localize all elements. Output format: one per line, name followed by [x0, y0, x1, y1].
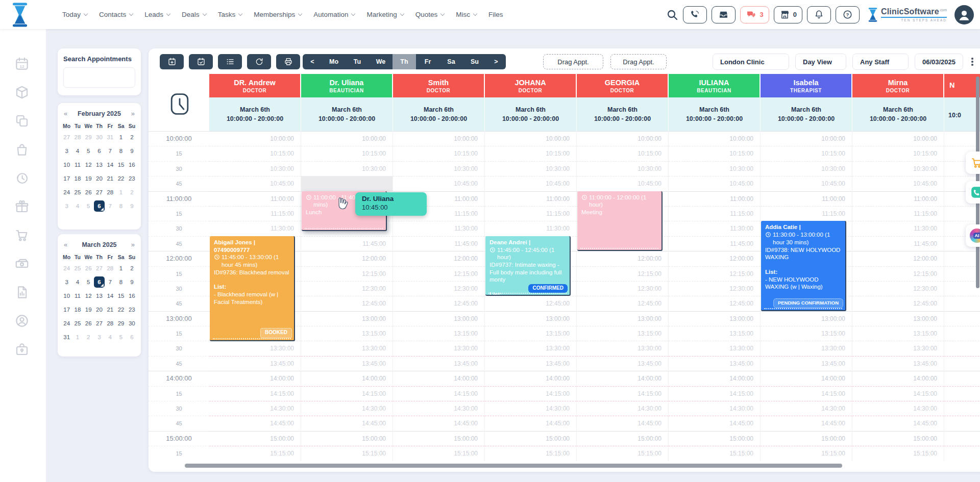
time-slot[interactable]: 14:15:00 — [852, 386, 944, 401]
time-slot[interactable]: 15:00:00 — [301, 431, 393, 446]
time-slot[interactable]: 12:00:00 — [393, 251, 484, 266]
mini-cal-day[interactable]: 9 — [127, 276, 137, 288]
time-slot[interactable]: 12:45:00 — [577, 296, 668, 311]
time-slot[interactable]: 14:45:00 — [485, 416, 576, 430]
mini-cal-day[interactable]: 13 — [94, 290, 105, 301]
sidebar-bag-icon[interactable] — [14, 142, 30, 157]
time-slot[interactable]: 14:00:00 — [393, 371, 484, 386]
day-button-sa[interactable]: Sa — [439, 54, 463, 69]
time-slot[interactable]: 12:15:00 — [669, 266, 760, 281]
mini-cal-day[interactable]: 27 — [61, 132, 72, 143]
staff-select[interactable]: Any Staff — [852, 54, 909, 70]
time-slot[interactable]: 10:00:00 — [944, 131, 980, 146]
mini-cal-day[interactable]: 28 — [105, 187, 115, 198]
time-slot[interactable]: 14:45:00 — [393, 416, 484, 430]
time-slot[interactable]: 11:45:00 — [301, 236, 393, 251]
mini-cal-day[interactable]: 30 — [127, 318, 137, 329]
time-slot[interactable]: 11:30:00 — [669, 221, 760, 236]
time-slot[interactable]: 10:00:00 — [852, 131, 944, 146]
time-slot[interactable]: 15:15:00 — [669, 446, 760, 461]
day-button-th[interactable]: Th — [393, 54, 416, 69]
sidebar-cart-icon[interactable] — [14, 227, 30, 243]
time-slot[interactable]: 15:00:00 — [944, 431, 980, 446]
mini-cal-day[interactable]: 17 — [61, 304, 72, 315]
mini-cal-day[interactable]: 15 — [115, 159, 126, 170]
next-month-button[interactable]: » — [131, 241, 135, 248]
mini-cal-day[interactable]: 10 — [61, 159, 72, 170]
time-slot[interactable]: 15:15:00 — [761, 446, 852, 461]
mini-cal-day[interactable]: 3 — [94, 332, 105, 343]
time-slot[interactable]: 12:45:00 — [485, 296, 576, 311]
mini-cal-day[interactable]: 4 — [105, 332, 115, 343]
time-slot[interactable]: 15:00:00 — [485, 431, 576, 446]
time-slot[interactable]: 13:15:00 — [577, 326, 668, 341]
mini-cal-day[interactable]: 20 — [94, 173, 105, 184]
time-slot[interactable]: 14:30:00 — [669, 401, 760, 416]
time-slot[interactable]: 11:15:00 — [669, 206, 760, 221]
prev-day-button[interactable]: < — [303, 54, 322, 69]
time-slot[interactable]: 13:15:00 — [393, 326, 484, 341]
day-button-fr[interactable]: Fr — [416, 54, 439, 69]
pos-button[interactable]: 0 — [774, 6, 802, 23]
drag-appt-button-2[interactable]: Drag Appt. — [610, 54, 667, 69]
appointment[interactable]: Addia Catie |11:30:00 - 13:00:00 (1 hour… — [761, 221, 846, 311]
day-button-mo[interactable]: Mo — [322, 54, 346, 69]
nav-item-memberships[interactable]: Memberships — [254, 11, 302, 18]
time-slot[interactable]: 14:15:00 — [761, 386, 852, 401]
refresh-button[interactable] — [247, 54, 271, 69]
sidebar-account-icon[interactable] — [14, 313, 30, 328]
staff-header[interactable]: IULIANABEAUTICIAN — [669, 74, 761, 97]
appointment[interactable]: 11:00:00 - 12:00:00 (1 hour)Meeting — [577, 191, 663, 251]
resize-handle[interactable] — [580, 248, 658, 249]
time-slot[interactable]: 13:15:00 — [301, 326, 393, 341]
mini-cal-day[interactable]: 31 — [105, 132, 115, 143]
time-slot[interactable]: 13:00:00 — [301, 311, 393, 326]
time-slot[interactable]: 14:45:00 — [577, 416, 668, 430]
time-slot[interactable]: 15:00:00 — [852, 431, 944, 446]
mini-cal-day[interactable]: 29 — [115, 318, 126, 329]
mini-cal-day[interactable]: 21 — [105, 304, 115, 315]
mini-cal-day[interactable]: 26 — [83, 263, 94, 274]
mini-cal-day[interactable]: 4 — [72, 200, 83, 212]
time-slot[interactable]: 11:00:00 — [761, 191, 852, 206]
time-slot[interactable]: 10:00:00 — [301, 131, 393, 146]
time-slot[interactable]: 15:15:00 — [209, 446, 301, 461]
time-slot[interactable]: 13:15:00 — [485, 326, 576, 341]
mini-cal-day[interactable]: 6 — [94, 200, 105, 212]
more-menu-button[interactable] — [969, 56, 975, 68]
time-slot[interactable]: 12:00:00 — [301, 251, 393, 266]
mini-cal-day[interactable]: 5 — [83, 276, 94, 288]
staff-header[interactable]: JOHANADOCTOR — [485, 74, 577, 97]
inbox-button[interactable] — [712, 6, 736, 23]
date-picker[interactable]: 06/03/2025 — [915, 54, 963, 70]
resize-handle[interactable] — [764, 308, 842, 309]
mini-cal-day[interactable]: 1 — [72, 332, 83, 343]
time-slot[interactable]: 11:30:00 — [852, 221, 944, 236]
time-slot[interactable]: 10:15:00 — [209, 146, 301, 161]
time-slot[interactable]: 10:30:00 — [485, 161, 576, 176]
time-slot[interactable]: 10:30:00 — [761, 161, 852, 176]
day-button-we[interactable]: We — [369, 54, 393, 69]
user-avatar[interactable] — [954, 5, 974, 24]
time-slot[interactable]: 11:00:00 — [209, 191, 301, 206]
time-slot[interactable]: 10:00:00 — [577, 131, 668, 146]
prev-month-button[interactable]: « — [64, 110, 67, 117]
time-slot[interactable]: 13:15:00 — [669, 326, 760, 341]
time-slot[interactable]: 12:15:00 — [393, 266, 484, 281]
mini-cal-day[interactable]: 27 — [94, 187, 105, 198]
mini-cal-day[interactable]: 28 — [105, 318, 115, 329]
time-slot[interactable]: 10:30:00 — [393, 161, 484, 176]
time-slot[interactable]: 11:45:00 — [852, 236, 944, 251]
mini-cal-day[interactable]: 12 — [83, 290, 94, 301]
time-slot[interactable]: 13:30:00 — [577, 341, 668, 356]
time-slot[interactable]: 13:00:00 — [577, 311, 668, 326]
time-slot[interactable]: 10:15:00 — [852, 146, 944, 161]
time-slot[interactable]: 14:15:00 — [669, 386, 760, 401]
horizontal-scrollbar[interactable] — [185, 464, 842, 468]
view-select[interactable]: Day View — [795, 54, 846, 70]
time-slot[interactable]: 13:45:00 — [209, 356, 301, 371]
time-slot[interactable]: 10:00:00 — [485, 131, 576, 146]
mini-cal-day[interactable]: 15 — [115, 290, 126, 301]
mini-cal-day[interactable]: 10 — [61, 290, 72, 301]
mini-cal-day[interactable]: 5 — [115, 332, 126, 343]
